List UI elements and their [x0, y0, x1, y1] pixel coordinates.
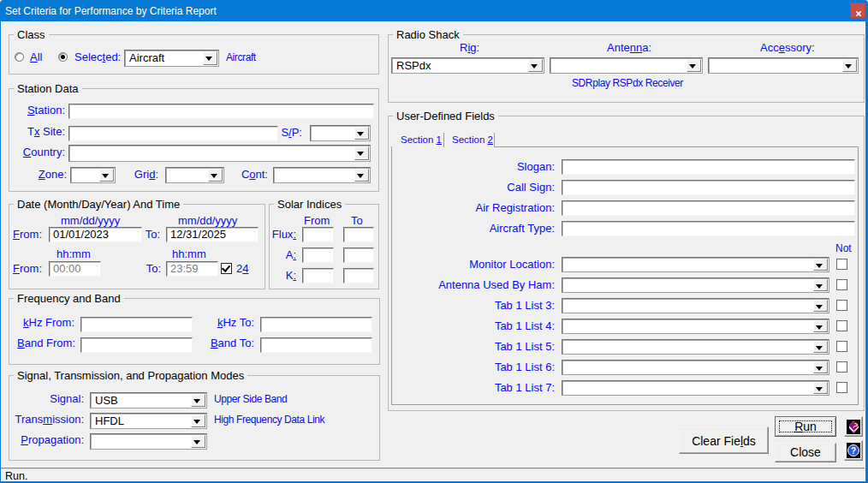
svg-text:?: ? — [851, 446, 856, 456]
